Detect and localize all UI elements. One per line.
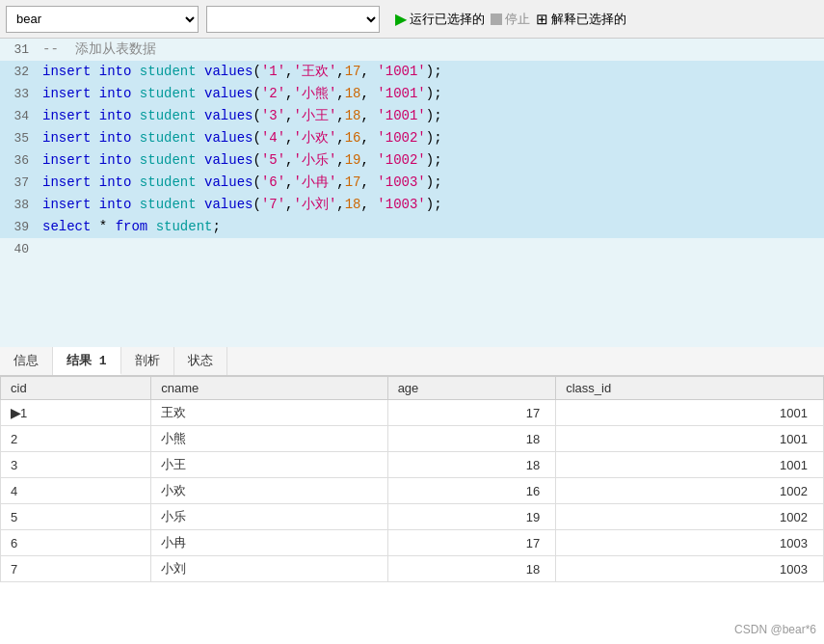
cell-cname: 小熊 xyxy=(151,426,387,452)
code-line-34: 34 insert into student values('3','小王',1… xyxy=(0,105,824,127)
result-table: cid cname age class_id ▶1王欢1710012小熊1810… xyxy=(0,376,824,582)
explain-label: 解释已选择的 xyxy=(551,11,626,28)
row-indicator: 7 xyxy=(1,556,151,582)
line-num-33: 33 xyxy=(0,84,39,105)
cell-cname: 小刘 xyxy=(151,556,387,582)
code-line-37: 37 insert into student values('6','小冉',1… xyxy=(0,172,824,194)
code-line-31: 31 -- 添加从表数据 xyxy=(0,39,824,61)
cell-classid: 1002 xyxy=(556,478,824,504)
table-row: 4小欢161002 xyxy=(1,478,824,504)
row-indicator: 6 xyxy=(1,530,151,556)
col-header-age: age xyxy=(387,377,556,400)
tab-profile[interactable]: 剖析 xyxy=(121,347,174,375)
line-num-32: 32 xyxy=(0,62,39,83)
cell-classid: 1001 xyxy=(556,400,824,426)
code-line-40: 40 xyxy=(0,238,824,259)
line-num-35: 35 xyxy=(0,128,39,149)
result-tabs: 信息 结果 1 剖析 状态 xyxy=(0,347,824,376)
cell-age: 16 xyxy=(387,478,556,504)
tab-info[interactable]: 信息 xyxy=(0,347,53,375)
table-row: 6小冉171003 xyxy=(1,530,824,556)
line-num-31: 31 xyxy=(0,40,39,61)
code-content-31: -- 添加从表数据 xyxy=(39,39,824,60)
code-line-39: 39 select * from student; xyxy=(0,216,824,238)
run-icon: ▶ xyxy=(395,10,407,28)
explain-icon: ⊞ xyxy=(536,11,548,28)
code-content-33: insert into student values('2','小熊',18, … xyxy=(39,83,824,104)
code-line-38: 38 insert into student values('7','小刘',1… xyxy=(0,194,824,216)
table-row: 7小刘181003 xyxy=(1,556,824,582)
stop-icon xyxy=(491,13,502,25)
tab-status[interactable]: 状态 xyxy=(174,347,227,375)
col-header-cid: cid xyxy=(1,377,151,400)
table-row: 5小乐191002 xyxy=(1,504,824,530)
line-num-38: 38 xyxy=(0,195,39,216)
cell-cname: 小王 xyxy=(151,452,387,478)
explain-button[interactable]: ⊞ 解释已选择的 xyxy=(536,11,626,28)
code-line-36: 36 insert into student values('5','小乐',1… xyxy=(0,149,824,172)
cell-age: 19 xyxy=(387,504,556,530)
cell-age: 17 xyxy=(387,400,556,426)
code-content-35: insert into student values('4','小欢',16, … xyxy=(39,127,824,148)
tab-result1[interactable]: 结果 1 xyxy=(53,347,121,375)
toolbar: bear ▶ 运行已选择的 停止 ⊞ 解释已选择的 xyxy=(0,0,824,39)
code-line-33: 33 insert into student values('2','小熊',1… xyxy=(0,83,824,105)
line-num-37: 37 xyxy=(0,173,39,194)
code-content-38: insert into student values('7','小刘',18, … xyxy=(39,194,824,215)
table-row: 2小熊181001 xyxy=(1,426,824,452)
row-indicator: 2 xyxy=(1,426,151,452)
col-header-cname: cname xyxy=(151,377,387,400)
schema-select[interactable] xyxy=(206,6,380,33)
col-header-classid: class_id xyxy=(556,377,824,400)
cell-cname: 王欢 xyxy=(151,400,387,426)
line-num-36: 36 xyxy=(0,150,39,172)
row-indicator: ▶1 xyxy=(1,400,151,426)
stop-label: 停止 xyxy=(505,11,530,28)
code-content-34: insert into student values('3','小王',18, … xyxy=(39,105,824,126)
cell-classid: 1003 xyxy=(556,530,824,556)
cell-classid: 1003 xyxy=(556,556,824,582)
watermark: CSDN @bear*6 xyxy=(734,623,816,636)
cell-cname: 小欢 xyxy=(151,478,387,504)
code-editor[interactable]: 31 -- 添加从表数据 32 insert into student valu… xyxy=(0,39,824,347)
code-content-37: insert into student values('6','小冉',17, … xyxy=(39,172,824,193)
run-button[interactable]: ▶ 运行已选择的 xyxy=(395,10,485,28)
run-label: 运行已选择的 xyxy=(410,11,485,28)
line-num-34: 34 xyxy=(0,106,39,127)
cell-classid: 1002 xyxy=(556,504,824,530)
table-row: 3小王181001 xyxy=(1,452,824,478)
toolbar-actions: ▶ 运行已选择的 停止 ⊞ 解释已选择的 xyxy=(395,10,626,28)
row-indicator: 3 xyxy=(1,452,151,478)
code-line-35: 35 insert into student values('4','小欢',1… xyxy=(0,127,824,149)
cell-classid: 1001 xyxy=(556,426,824,452)
code-content-32: insert into student values('1','王欢',17, … xyxy=(39,61,824,82)
stop-button[interactable]: 停止 xyxy=(491,11,530,28)
result-area: cid cname age class_id ▶1王欢1710012小熊1810… xyxy=(0,376,824,644)
cell-age: 18 xyxy=(387,452,556,478)
code-content-36: insert into student values('5','小乐',19, … xyxy=(39,149,824,171)
db-select[interactable]: bear xyxy=(6,6,199,33)
row-indicator: 4 xyxy=(1,478,151,504)
code-line-32: 32 insert into student values('1','王欢',1… xyxy=(0,61,824,83)
cell-cname: 小乐 xyxy=(151,504,387,530)
code-content-39: select * from student; xyxy=(39,216,824,237)
table-row: ▶1王欢171001 xyxy=(1,400,824,426)
line-num-40: 40 xyxy=(0,242,39,256)
cell-cname: 小冉 xyxy=(151,530,387,556)
row-indicator: 5 xyxy=(1,504,151,530)
line-num-39: 39 xyxy=(0,217,39,238)
cell-classid: 1001 xyxy=(556,452,824,478)
cell-age: 18 xyxy=(387,426,556,452)
cell-age: 18 xyxy=(387,556,556,582)
cell-age: 17 xyxy=(387,530,556,556)
